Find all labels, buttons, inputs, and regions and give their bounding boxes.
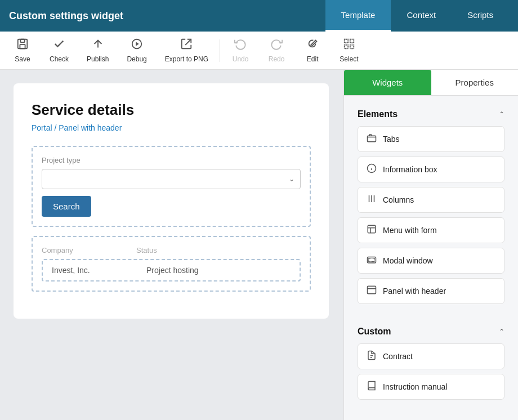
export-button[interactable]: Export to PNG — [156, 33, 217, 68]
project-type-section: Project type ⌄ Search — [32, 146, 311, 227]
menu-with-form-label: Menu with form — [383, 226, 437, 235]
main-layout: Service details Portal / Panel with head… — [0, 70, 518, 420]
element-modal-window[interactable]: Modal window — [358, 248, 504, 274]
instruction-manual-icon — [366, 381, 377, 393]
debug-button[interactable]: Debug — [118, 33, 155, 68]
panel-scroll-area: Elements ⌃ Tabs Information box — [344, 96, 518, 420]
tabs-label: Tabs — [383, 135, 400, 144]
modal-window-label: Modal window — [383, 256, 433, 265]
element-panel-with-header[interactable]: Panel with header — [358, 278, 504, 304]
menu-with-form-icon — [366, 224, 377, 236]
elements-section-title: Elements — [358, 109, 398, 119]
tab-scripts[interactable]: Scripts — [452, 0, 509, 32]
edit-button[interactable]: Edit — [294, 33, 331, 68]
save-button[interactable]: Save — [5, 33, 41, 68]
undo-button[interactable]: Undo — [222, 33, 258, 68]
table-header-row: Company Status — [42, 246, 301, 254]
information-box-label: Information box — [383, 165, 437, 174]
toolbar: Save Check Publish Debug Export to PNG U… — [0, 32, 518, 70]
toolbar-divider — [220, 39, 220, 62]
svg-rect-8 — [350, 39, 354, 43]
information-box-icon — [366, 163, 377, 176]
app-title: Custom settings widget — [9, 10, 325, 22]
header-tabs: Template Context Scripts — [325, 0, 509, 32]
chevron-down-icon: ⌄ — [289, 175, 294, 183]
check-button[interactable]: Check — [41, 33, 78, 68]
custom-collapse-icon[interactable]: ⌃ — [499, 328, 504, 336]
save-label: Save — [15, 55, 30, 63]
modal-window-icon — [366, 254, 377, 267]
check-label: Check — [50, 55, 69, 63]
element-tabs[interactable]: Tabs — [358, 126, 504, 152]
element-menu-with-form[interactable]: Menu with form — [358, 217, 504, 243]
project-type-label: Project type — [42, 156, 301, 164]
svg-rect-23 — [368, 286, 376, 294]
element-contract[interactable]: Contract — [358, 343, 504, 369]
elements-section-header: Elements ⌃ — [358, 109, 504, 119]
element-columns[interactable]: Columns — [358, 187, 504, 213]
svg-rect-7 — [345, 39, 348, 43]
card-title: Service details — [32, 101, 311, 119]
debug-icon — [131, 38, 143, 53]
publish-icon — [92, 38, 104, 53]
svg-rect-1 — [20, 39, 24, 43]
project-type-dropdown[interactable]: ⌄ — [42, 169, 301, 189]
redo-label: Redo — [269, 55, 285, 63]
canvas-area: Service details Portal / Panel with head… — [0, 70, 343, 420]
element-information-box[interactable]: Information box — [358, 157, 504, 182]
tab-template[interactable]: Template — [325, 0, 391, 32]
publish-button[interactable]: Publish — [78, 33, 118, 68]
header: Custom settings widget Template Context … — [0, 0, 518, 32]
panel-tab-bar: Widgets Properties — [344, 70, 518, 96]
svg-rect-18 — [368, 225, 376, 233]
svg-rect-22 — [369, 258, 375, 262]
undo-label: Undo — [233, 55, 249, 63]
tabs-icon — [366, 133, 377, 145]
custom-section: Custom ⌃ Contract Instruction manual — [349, 318, 513, 413]
svg-rect-10 — [350, 45, 354, 48]
contract-icon — [366, 350, 377, 363]
right-panel: Widgets Properties Elements ⌃ Tabs — [343, 70, 518, 420]
company-cell: Invest, Inc. — [52, 266, 119, 275]
panel-with-header-label: Panel with header — [383, 287, 446, 296]
panel-with-header-icon — [366, 285, 377, 297]
search-button[interactable]: Search — [42, 196, 91, 217]
export-icon — [180, 38, 193, 53]
columns-label: Columns — [383, 195, 414, 204]
undo-icon — [234, 38, 247, 53]
select-label: Select — [340, 55, 358, 63]
breadcrumb[interactable]: Portal / Panel with header — [32, 123, 311, 132]
edit-label: Edit — [307, 55, 319, 63]
tab-context[interactable]: Context — [391, 0, 452, 32]
select-button[interactable]: Select — [331, 33, 367, 68]
custom-section-header: Custom ⌃ — [358, 327, 504, 337]
save-icon — [16, 38, 29, 53]
export-label: Export to PNG — [165, 55, 208, 63]
select-icon — [343, 38, 355, 53]
svg-marker-5 — [136, 42, 139, 46]
custom-section-title: Custom — [358, 327, 391, 337]
svg-rect-2 — [20, 44, 25, 48]
edit-icon — [306, 38, 319, 53]
status-cell: Project hosting — [146, 266, 214, 275]
properties-tab[interactable]: Properties — [431, 70, 519, 95]
columns-icon — [366, 194, 377, 206]
svg-rect-9 — [345, 45, 348, 48]
elements-collapse-icon[interactable]: ⌃ — [499, 110, 504, 118]
table-row: Invest, Inc. Project hosting — [52, 266, 291, 275]
table-data-row: Invest, Inc. Project hosting — [42, 259, 301, 282]
elements-section: Elements ⌃ Tabs Information box — [349, 100, 513, 318]
debug-label: Debug — [127, 55, 146, 63]
company-column-header: Company — [42, 246, 109, 254]
canvas-card: Service details Portal / Panel with head… — [14, 83, 329, 319]
publish-label: Publish — [87, 55, 109, 63]
widgets-tab[interactable]: Widgets — [344, 70, 431, 95]
svg-line-6 — [186, 39, 191, 45]
results-table: Company Status Invest, Inc. Project host… — [32, 236, 311, 292]
element-instruction-manual[interactable]: Instruction manual — [358, 374, 504, 400]
contract-label: Contract — [383, 352, 413, 361]
redo-icon — [270, 38, 283, 53]
check-icon — [53, 38, 65, 53]
redo-button[interactable]: Redo — [258, 33, 294, 68]
status-column-header: Status — [136, 246, 204, 254]
